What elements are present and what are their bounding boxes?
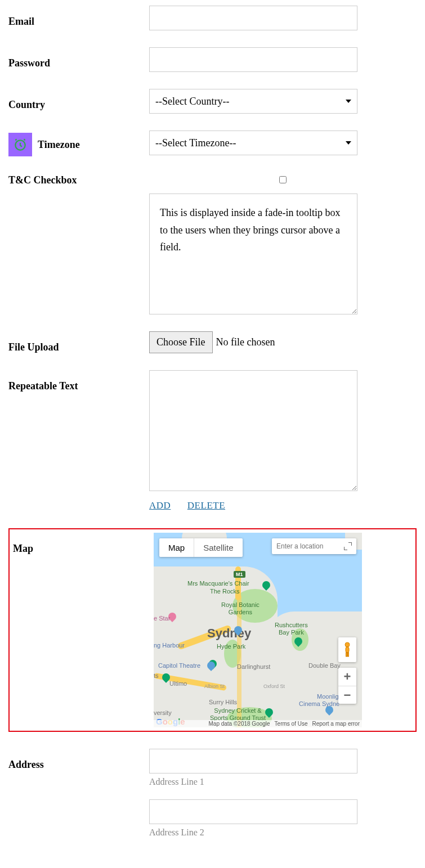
password-label: Password xyxy=(8,47,149,69)
zoom-out-button[interactable]: − xyxy=(338,686,356,704)
map-area-label: Surry Hills xyxy=(209,699,237,705)
map-terms-link[interactable]: Terms of Use xyxy=(275,721,308,727)
map-tab-map[interactable]: Map xyxy=(159,538,194,557)
map-area-label: Double Bay xyxy=(308,662,341,669)
map-poi-label: Rushcutters Bay Park xyxy=(275,622,308,636)
map-tab-satellite[interactable]: Satellite xyxy=(194,538,242,557)
map-field-highlight: Map M1 Sydney xyxy=(8,528,417,732)
pegman-button[interactable] xyxy=(338,637,356,662)
map-search-box xyxy=(272,538,356,554)
address-line2-field[interactable] xyxy=(149,799,357,824)
map-poi-label: Royal Botanic Gardens xyxy=(221,601,260,616)
map-poi-label: e Star xyxy=(154,615,170,622)
email-label: Email xyxy=(8,6,149,28)
map-city-label: Sydney xyxy=(207,626,251,641)
zoom-in-button[interactable]: + xyxy=(338,668,356,686)
map-street-label: Albion St xyxy=(204,683,225,689)
repeatable-label: Repeatable Text xyxy=(8,370,149,392)
map-area-label: Ultimo xyxy=(169,680,187,687)
map-street-label: Oxford St xyxy=(263,683,285,689)
fullscreen-icon[interactable] xyxy=(344,542,352,550)
map-report-link[interactable]: Report a map error xyxy=(312,721,360,727)
svg-rect-4 xyxy=(348,653,349,656)
repeatable-textarea[interactable] xyxy=(149,370,357,491)
map-poi-label: The Rocks xyxy=(210,588,240,595)
email-field[interactable] xyxy=(149,6,357,30)
timezone-select[interactable]: --Select Timezone-- xyxy=(149,131,357,155)
address-label: Address xyxy=(8,749,149,771)
file-status-text: No file chosen xyxy=(216,336,275,348)
delete-button[interactable]: DELETE xyxy=(187,500,225,511)
file-upload-label: File Upload xyxy=(8,331,149,353)
svg-point-1 xyxy=(345,642,350,647)
map-poi-label: ng Harbour xyxy=(154,642,185,649)
map-data-text: Map data ©2018 Google xyxy=(208,721,270,727)
map-poi-label: Cinema Sydne xyxy=(299,700,339,708)
map-poi-label: Hyde Park xyxy=(217,643,245,650)
map-area-label: versity xyxy=(154,709,172,716)
map-poi-label: Capitol Theatre xyxy=(158,662,200,669)
map-area-label: ts xyxy=(154,672,159,679)
svg-rect-3 xyxy=(346,653,347,656)
add-button[interactable]: ADD xyxy=(149,500,171,511)
map-canvas[interactable]: M1 Sydney Mrs Macquarie's Chair The Rock… xyxy=(154,533,362,727)
route-badge-m1: M1 xyxy=(234,571,245,578)
timezone-label: Timezone xyxy=(38,139,80,151)
svg-rect-2 xyxy=(346,647,349,653)
map-type-tabs: Map Satellite xyxy=(159,538,243,557)
map-search-input[interactable] xyxy=(276,542,344,550)
choose-file-button[interactable]: Choose File xyxy=(149,331,213,353)
pegman-icon xyxy=(342,642,352,658)
country-label: Country xyxy=(8,89,149,111)
address-line1-sublabel: Address Line 1 xyxy=(149,777,417,787)
address-line2-sublabel: Address Line 2 xyxy=(149,827,417,838)
tc-label: T&C Checkbox xyxy=(8,173,149,186)
clock-icon xyxy=(8,133,32,156)
map-poi-label: Mrs Macquarie's Chair xyxy=(187,580,249,587)
address-line1-field[interactable] xyxy=(149,749,357,773)
tc-checkbox[interactable] xyxy=(149,176,417,183)
country-select[interactable]: --Select Country-- xyxy=(149,89,357,114)
map-label: Map xyxy=(13,533,154,555)
password-field[interactable] xyxy=(149,47,357,72)
map-attribution: Map data ©2018 Google Terms of Use Repor… xyxy=(154,720,362,727)
map-area-label: Darlinghurst xyxy=(237,663,270,670)
tc-tooltip-textarea[interactable]: This is displayed inside a fade-in toolt… xyxy=(149,194,357,314)
